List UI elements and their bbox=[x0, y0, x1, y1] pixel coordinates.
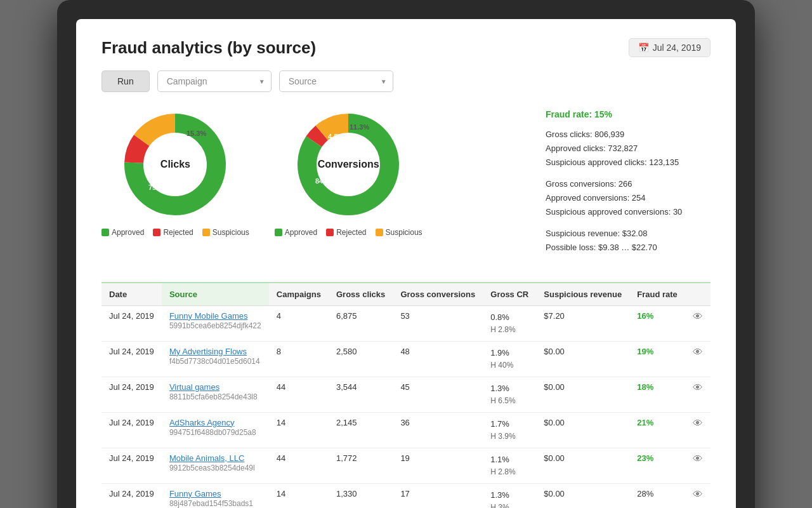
svg-text:75.6%: 75.6% bbox=[148, 184, 168, 191]
cell-action[interactable]: 👁 bbox=[685, 341, 710, 377]
cell-gross-conversions: 19 bbox=[393, 448, 483, 483]
charts-stats-section: 75.6% 9.2% 15.3% Clicks Approve bbox=[102, 107, 710, 263]
cell-gross-conversions: 48 bbox=[393, 341, 483, 377]
cell-source: Funny Games 88j487ebad154f53bads1 bbox=[162, 483, 269, 508]
gross-clicks: Gross clicks: 806,939 bbox=[546, 128, 710, 142]
cell-gross-cr: 0.8%H 2.8% bbox=[483, 305, 536, 341]
conversions-legend: Approved Rejected Suspicious bbox=[275, 228, 422, 237]
clicks-legend: Approved Rejected Suspicious bbox=[102, 228, 249, 237]
table-row: Jul 24, 2019 Funny Mobile Games 5991b5ce… bbox=[102, 305, 710, 341]
cell-fraud-rate: 19% bbox=[629, 341, 685, 377]
clicks-chart: 75.6% 9.2% 15.3% Clicks Approve bbox=[102, 107, 249, 263]
cell-action[interactable]: 👁 bbox=[685, 412, 710, 448]
cell-source: Mobile Animals, LLC 9912b5ceas3b8254de49… bbox=[162, 448, 269, 483]
data-table: Date Source Campaigns Gross clicks Gross… bbox=[102, 282, 710, 508]
source-id: 8811b5cfa6eb8254de43l8 bbox=[169, 392, 258, 401]
cell-date: Jul 24, 2019 bbox=[102, 377, 162, 412]
campaign-select[interactable]: Campaign bbox=[157, 70, 272, 92]
col-actions bbox=[685, 283, 710, 306]
source-id: 88j487ebad154f53bads1 bbox=[169, 499, 253, 508]
clicks-stats: Gross clicks: 806,939 Approved clicks: 7… bbox=[546, 128, 710, 170]
cell-action[interactable]: 👁 bbox=[685, 483, 710, 508]
source-id: 9912b5ceas3b8254de49l bbox=[169, 464, 255, 472]
cell-gross-cr: 1.9%H 40% bbox=[483, 341, 536, 377]
cell-fraud-rate: 16% bbox=[629, 305, 685, 341]
controls-row: Run Campaign Source bbox=[102, 70, 710, 92]
cell-date: Jul 24, 2019 bbox=[102, 483, 162, 508]
cell-gross-cr: 1.3%H 6.5% bbox=[483, 377, 536, 412]
source-link[interactable]: My Advertising Flows bbox=[169, 347, 261, 356]
cell-campaigns: 44 bbox=[269, 448, 329, 483]
source-id: 994751f6488db079d25a8 bbox=[169, 428, 256, 437]
source-select[interactable]: Source bbox=[279, 70, 393, 92]
clicks-legend-suspicious: Suspicious bbox=[202, 228, 249, 237]
cell-fraud-rate: 21% bbox=[629, 412, 685, 448]
cell-action[interactable]: 👁 bbox=[685, 377, 710, 412]
laptop-frame: Fraud analytics (by source) 📅 Jul 24, 20… bbox=[57, 0, 755, 508]
conversions-stats: Gross conversions: 266 Approved conversi… bbox=[546, 177, 710, 219]
gross-conversions: Gross conversions: 266 bbox=[546, 177, 710, 191]
source-link[interactable]: Virtual games bbox=[169, 382, 261, 392]
run-button[interactable]: Run bbox=[102, 70, 150, 92]
cell-suspicious-revenue: $0.00 bbox=[536, 448, 629, 483]
col-suspicious-revenue: Suspicious revenue bbox=[536, 283, 629, 306]
conversions-chart: 84.2% 11.3% 4.5% Conversions Approved bbox=[275, 107, 422, 263]
cell-campaigns: 4 bbox=[269, 305, 329, 341]
fraud-rate-label: Fraud rate: 15% bbox=[546, 107, 710, 123]
revenue-stats: Suspicious revenue: $32.08 Possible loss… bbox=[546, 227, 710, 255]
col-gross-clicks: Gross clicks bbox=[329, 283, 393, 306]
source-link[interactable]: AdSharks Agency bbox=[169, 418, 261, 427]
header-row: Fraud analytics (by source) 📅 Jul 24, 20… bbox=[102, 38, 710, 58]
conversions-donut: 84.2% 11.3% 4.5% Conversions bbox=[291, 107, 405, 222]
cell-gross-clicks: 6,875 bbox=[329, 305, 393, 341]
page-title: Fraud analytics (by source) bbox=[102, 38, 316, 58]
table-row: Jul 24, 2019 Mobile Animals, LLC 9912b5c… bbox=[102, 448, 710, 483]
source-link[interactable]: Funny Mobile Games bbox=[169, 311, 261, 321]
source-id: f4b5d7738c04d01e5d6014 bbox=[169, 357, 260, 366]
source-link[interactable]: Funny Games bbox=[169, 489, 261, 498]
cell-suspicious-revenue: $7.20 bbox=[536, 305, 629, 341]
suspicious-approved-conversions: Suspicious approved conversions: 30 bbox=[546, 205, 710, 219]
cell-gross-cr: 1.3%H 3% bbox=[483, 483, 536, 508]
cell-fraud-rate: 28% bbox=[629, 483, 685, 508]
cell-fraud-rate: 23% bbox=[629, 448, 685, 483]
col-date: Date bbox=[102, 283, 162, 306]
approved-clicks: Approved clicks: 732,827 bbox=[546, 142, 710, 156]
cell-source: My Advertising Flows f4b5d7738c04d01e5d6… bbox=[162, 341, 269, 377]
cell-action[interactable]: 👁 bbox=[685, 448, 710, 483]
approved-conversions: Approved conversions: 254 bbox=[546, 191, 710, 205]
cell-gross-clicks: 2,580 bbox=[329, 341, 393, 377]
cell-source: AdSharks Agency 994751f6488db079d25a8 bbox=[162, 412, 269, 448]
cell-gross-clicks: 3,544 bbox=[329, 377, 393, 412]
cell-suspicious-revenue: $0.00 bbox=[536, 341, 629, 377]
clicks-label: Clicks bbox=[160, 159, 190, 170]
cell-date: Jul 24, 2019 bbox=[102, 412, 162, 448]
suspicious-approved-clicks: Suspicious approved clicks: 123,135 bbox=[546, 156, 710, 170]
col-campaigns: Campaigns bbox=[269, 283, 329, 306]
source-link[interactable]: Mobile Animals, LLC bbox=[169, 453, 261, 463]
conv-legend-approved: Approved bbox=[275, 228, 317, 237]
cell-campaigns: 8 bbox=[269, 341, 329, 377]
cell-source: Funny Mobile Games 5991b5cea6eb8254djfk4… bbox=[162, 305, 269, 341]
clicks-donut: 75.6% 9.2% 15.3% Clicks bbox=[118, 107, 232, 222]
date-text: Jul 24, 2019 bbox=[653, 43, 701, 53]
cell-gross-conversions: 53 bbox=[393, 305, 483, 341]
cell-date: Jul 24, 2019 bbox=[102, 305, 162, 341]
clicks-legend-rejected: Rejected bbox=[153, 228, 193, 237]
suspicious-revenue: Suspicious revenue: $32.08 bbox=[546, 227, 710, 241]
conversions-label: Conversions bbox=[318, 159, 379, 170]
cell-campaigns: 14 bbox=[269, 412, 329, 448]
screen: Fraud analytics (by source) 📅 Jul 24, 20… bbox=[76, 19, 736, 508]
col-fraud-rate: Fraud rate bbox=[629, 283, 685, 306]
cell-gross-clicks: 2,145 bbox=[329, 412, 393, 448]
cell-gross-clicks: 1,772 bbox=[329, 448, 393, 483]
date-badge: 📅 Jul 24, 2019 bbox=[629, 38, 710, 57]
cell-action[interactable]: 👁 bbox=[685, 305, 710, 341]
cell-gross-cr: 1.1%H 2.8% bbox=[483, 448, 536, 483]
clicks-legend-approved: Approved bbox=[102, 228, 144, 237]
svg-text:4.5%: 4.5% bbox=[328, 133, 344, 140]
source-select-wrapper: Source bbox=[279, 70, 393, 92]
cell-gross-conversions: 17 bbox=[393, 483, 483, 508]
cell-campaigns: 14 bbox=[269, 483, 329, 508]
cell-suspicious-revenue: $0.00 bbox=[536, 483, 629, 508]
